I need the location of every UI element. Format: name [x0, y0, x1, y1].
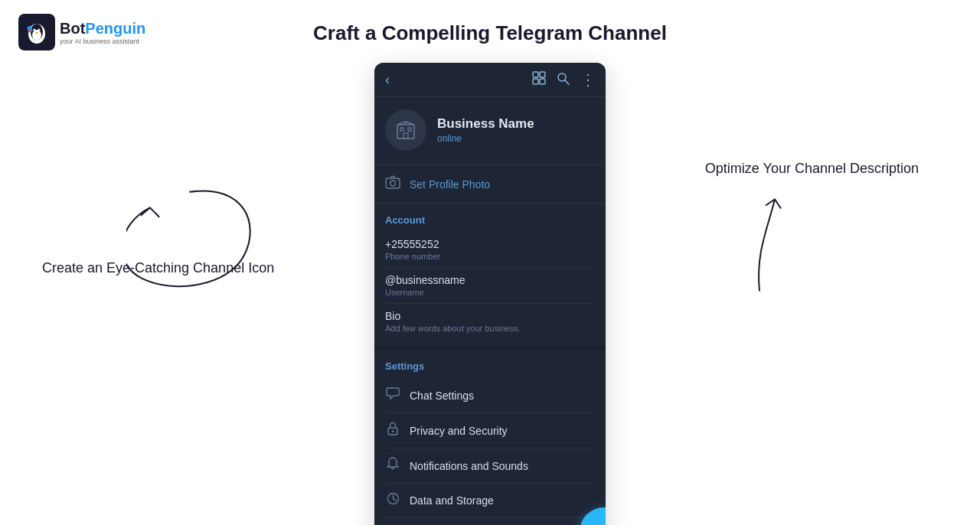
chat-settings-label: Chat Settings: [410, 390, 474, 402]
camera-icon: [385, 175, 400, 193]
settings-section-header: Settings: [385, 357, 595, 372]
lock-icon: [385, 422, 400, 439]
svg-rect-18: [403, 133, 408, 139]
search-icon[interactable]: [557, 72, 570, 88]
svg-rect-15: [397, 125, 414, 139]
annotation-right: Optimize Your Channel Description: [705, 161, 919, 177]
settings-item-chat[interactable]: Chat Settings: [385, 378, 595, 413]
back-icon[interactable]: ‹: [385, 72, 390, 88]
phone-topbar: ‹ ⋮: [374, 63, 606, 97]
bio-field-row[interactable]: Bio Add few words about your business.: [385, 304, 595, 342]
svg-rect-9: [533, 72, 538, 77]
bio-title: Bio: [385, 310, 595, 322]
topbar-back[interactable]: ‹: [385, 72, 390, 88]
username-value: @businessname: [385, 274, 595, 286]
grid-icon[interactable]: [532, 71, 546, 88]
account-section-header: Account: [385, 211, 595, 226]
svg-point-23: [390, 181, 396, 186]
svg-rect-10: [540, 72, 545, 77]
topbar-icons: ⋮: [532, 70, 595, 89]
arrow-right-icon: [714, 190, 805, 301]
settings-item-power[interactable]: Power Saving: [385, 518, 595, 525]
username-field-row[interactable]: @businessname Username: [385, 268, 595, 304]
settings-item-privacy[interactable]: Privacy and Security: [385, 413, 595, 448]
phone-label: Phone number: [385, 252, 595, 261]
account-section: Account +25555252 Phone number @business…: [374, 204, 606, 345]
notifications-label: Notifications and Sounds: [410, 460, 528, 472]
settings-item-notifications[interactable]: Notifications and Sounds: [385, 448, 595, 484]
username-label: Username: [385, 288, 595, 297]
phone-field-row[interactable]: +25555252 Phone number: [385, 232, 595, 268]
set-profile-photo-row[interactable]: Set Profile Photo: [374, 165, 606, 204]
svg-point-24: [397, 180, 398, 181]
settings-item-data[interactable]: Data and Storage: [385, 484, 595, 518]
svg-line-29: [393, 499, 396, 501]
svg-rect-16: [400, 128, 403, 131]
svg-rect-17: [408, 128, 411, 131]
arrow-left-icon: [126, 176, 268, 302]
business-name: Business Name: [437, 116, 534, 132]
clock-icon: [385, 492, 400, 509]
chat-icon: [385, 386, 400, 404]
data-storage-label: Data and Storage: [410, 494, 494, 507]
profile-section: Business Name online: [374, 97, 606, 165]
svg-line-14: [565, 80, 569, 84]
profile-info: Business Name online: [437, 116, 534, 144]
svg-rect-11: [533, 79, 538, 84]
svg-point-26: [392, 430, 394, 432]
bio-hint: Add few words about your business.: [385, 324, 595, 333]
bell-icon: [385, 457, 400, 474]
telegram-send-icon: [592, 520, 606, 525]
avatar: [385, 109, 426, 151]
set-photo-label: Set Profile Photo: [410, 178, 490, 191]
privacy-settings-label: Privacy and Security: [410, 425, 508, 437]
more-icon[interactable]: ⋮: [580, 70, 595, 89]
online-status: online: [437, 133, 534, 144]
page-title: Craft a Compelling Telegram Channel: [0, 21, 980, 45]
phone-value: +25555252: [385, 238, 595, 250]
settings-section: Settings Chat Settings Privacy and Secur…: [374, 350, 606, 525]
avatar-building-icon: [393, 117, 419, 143]
phone-mockup: ‹ ⋮: [374, 63, 606, 525]
svg-rect-12: [540, 79, 545, 84]
